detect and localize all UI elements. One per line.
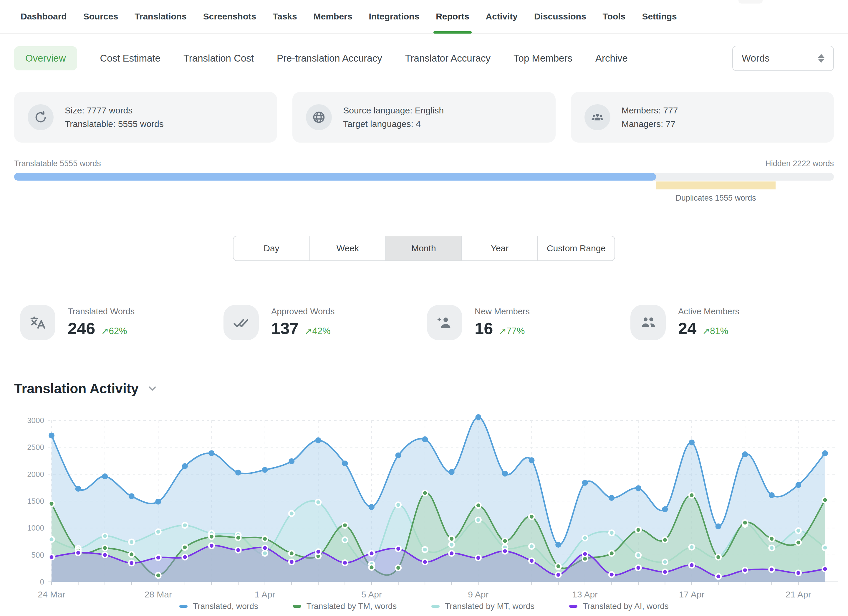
kpi-label: Translated Words: [68, 307, 135, 316]
translatable-label: Translatable 5555 words: [14, 159, 101, 168]
top-navigation: DashboardSourcesTranslationsScreenshotsT…: [0, 0, 848, 34]
svg-text:17 Apr: 17 Apr: [679, 589, 704, 599]
summary-card: Source language: English Target language…: [292, 92, 555, 142]
card-line: Source language: English: [343, 104, 444, 117]
select-arrows-icon: [818, 54, 824, 63]
kpi-approved-words: Approved Words 137 ↗42%: [224, 305, 427, 340]
translate-icon: [20, 305, 55, 340]
nav-item-dashboard[interactable]: Dashboard: [21, 0, 67, 33]
nav-item-sources[interactable]: Sources: [83, 0, 118, 33]
report-tab-translator-accuracy[interactable]: Translator Accuracy: [405, 53, 491, 64]
progress-fill: [14, 173, 656, 181]
kpi-new-members: New Members 16 ↗77%: [427, 305, 630, 340]
legend-swatch-icon: [431, 605, 440, 608]
svg-text:2000: 2000: [27, 470, 44, 479]
kpi-value: 246: [68, 319, 95, 338]
report-tab-cost-estimate[interactable]: Cost Estimate: [100, 53, 160, 64]
svg-text:13 Apr: 13 Apr: [572, 589, 598, 599]
svg-text:1 Apr: 1 Apr: [255, 589, 275, 599]
summary-cards: Size: 7777 words Translatable: 5555 word…: [14, 92, 834, 142]
report-tab-overview[interactable]: Overview: [14, 46, 77, 70]
nav-item-translations[interactable]: Translations: [135, 0, 187, 33]
kpi-active-members: Active Members 24 ↗81%: [630, 305, 834, 340]
legend-label: Translated by MT, words: [445, 601, 534, 611]
translatable-progress: Translatable 5555 words Hidden 2222 word…: [14, 159, 834, 181]
nav-item-reports[interactable]: Reports: [436, 0, 469, 33]
card-line: Target languages: 4: [343, 117, 444, 131]
range-year-button[interactable]: Year: [461, 236, 537, 260]
range-day-button[interactable]: Day: [233, 236, 310, 260]
legend-swatch-icon: [179, 605, 188, 608]
report-tab-top-members[interactable]: Top Members: [513, 53, 572, 64]
svg-text:21 Apr: 21 Apr: [786, 589, 811, 599]
svg-text:24 Mar: 24 Mar: [38, 589, 65, 599]
legend-label: Translated by TM, words: [307, 601, 397, 611]
kpi-trend: ↗81%: [702, 325, 728, 337]
kpi-trend: ↗42%: [304, 325, 331, 337]
nav-item-activity[interactable]: Activity: [486, 0, 517, 33]
members-icon: [584, 104, 610, 130]
summary-card: Members: 777 Managers: 77: [571, 92, 834, 142]
svg-text:5 Apr: 5 Apr: [361, 589, 382, 599]
summary-card: Size: 7777 words Translatable: 5555 word…: [14, 92, 277, 142]
legend-item[interactable]: Translated by TM, words: [293, 601, 397, 611]
nav-item-discussions[interactable]: Discussions: [534, 0, 586, 33]
legend-swatch-icon: [569, 605, 577, 608]
duplicates-label: Duplicates 1555 words: [656, 193, 775, 203]
range-week-button[interactable]: Week: [310, 236, 385, 260]
legend-label: Translated, words: [193, 601, 258, 611]
card-line: Members: 777: [621, 104, 678, 117]
unit-select[interactable]: Words: [732, 46, 834, 71]
kpi-label: Active Members: [678, 307, 739, 316]
people-icon: [630, 305, 666, 340]
legend-item[interactable]: Translated by AI, words: [569, 601, 669, 611]
globe-icon: [306, 104, 332, 130]
trend-up-icon: ↗: [304, 326, 312, 336]
range-custom-range-button[interactable]: Custom Range: [537, 236, 615, 260]
hidden-label: Hidden 2222 words: [765, 159, 834, 168]
nav-item-screenshots[interactable]: Screenshots: [203, 0, 256, 33]
double-check-icon: [224, 305, 259, 340]
kpi-trend: ↗62%: [101, 325, 127, 337]
kpi-label: Approved Words: [271, 307, 335, 316]
trend-up-icon: ↗: [499, 326, 506, 336]
nav-item-members[interactable]: Members: [314, 0, 353, 33]
svg-text:9 Apr: 9 Apr: [468, 589, 488, 599]
kpi-value: 24: [678, 319, 696, 338]
legend-item[interactable]: Translated by MT, words: [431, 601, 534, 611]
kpi-label: New Members: [474, 307, 530, 316]
legend-swatch-icon: [293, 605, 301, 608]
unit-select-value: Words: [742, 53, 770, 64]
range-month-button[interactable]: Month: [385, 236, 461, 260]
nav-item-settings[interactable]: Settings: [642, 0, 677, 33]
kpi-translated-words: Translated Words 246 ↗62%: [20, 305, 224, 340]
cut-off-element: [738, 0, 763, 3]
legend-item[interactable]: Translated, words: [179, 601, 258, 611]
svg-text:3000: 3000: [27, 416, 44, 425]
duplicates-bar: [656, 181, 775, 189]
kpi-row: Translated Words 246 ↗62% Approved Words…: [20, 305, 834, 340]
date-range-toggle: DayWeekMonthYearCustom Range: [233, 236, 615, 261]
nav-item-tools[interactable]: Tools: [603, 0, 626, 33]
svg-text:1000: 1000: [27, 524, 44, 532]
report-tab-archive[interactable]: Archive: [595, 53, 628, 64]
chart-title: Translation Activity: [14, 381, 139, 396]
svg-text:1500: 1500: [27, 497, 44, 506]
report-tab-pre-translation-accuracy[interactable]: Pre-translation Accuracy: [277, 53, 382, 64]
card-line: Size: 7777 words: [65, 104, 164, 117]
svg-text:0: 0: [40, 577, 44, 586]
nav-item-integrations[interactable]: Integrations: [369, 0, 419, 33]
chevron-down-icon[interactable]: [146, 383, 158, 395]
trend-up-icon: ↗: [702, 326, 710, 336]
legend-label: Translated by AI, words: [583, 601, 669, 611]
report-tabs: OverviewCost EstimateTranslation CostPre…: [14, 41, 834, 76]
trend-up-icon: ↗: [101, 326, 109, 336]
nav-item-tasks[interactable]: Tasks: [273, 0, 297, 33]
chart-legend: Translated, words Translated by TM, word…: [0, 601, 848, 611]
sync-icon: [28, 104, 53, 130]
report-tab-translation-cost[interactable]: Translation Cost: [184, 53, 254, 64]
svg-text:500: 500: [31, 551, 44, 560]
card-line: Managers: 77: [621, 117, 678, 131]
card-line: Translatable: 5555 words: [65, 117, 164, 131]
svg-text:28 Mar: 28 Mar: [145, 589, 172, 599]
